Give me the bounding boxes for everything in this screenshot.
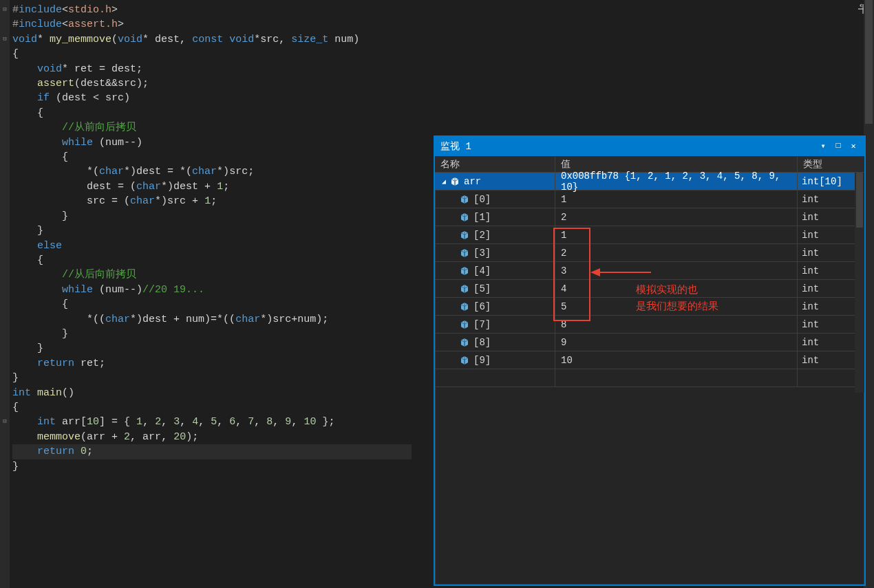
- var-value: 5: [555, 298, 798, 315]
- code-line[interactable]: }: [12, 341, 412, 356]
- watch-row[interactable]: [0]1int: [435, 190, 864, 208]
- var-name: [8]: [473, 337, 491, 348]
- watch-col-value[interactable]: 值: [555, 157, 798, 172]
- watch-col-name[interactable]: 名称: [435, 157, 555, 172]
- code-line[interactable]: while (num--): [12, 135, 412, 150]
- variable-icon: [460, 248, 469, 258]
- code-line[interactable]: while (num--)//20 19...: [12, 283, 412, 297]
- var-name: [6]: [473, 301, 491, 312]
- watch-menu-icon[interactable]: ▾: [818, 141, 829, 152]
- code-line[interactable]: else: [12, 239, 412, 253]
- code-line[interactable]: {: [12, 297, 412, 312]
- code-line[interactable]: //从前向后拷贝: [12, 120, 412, 135]
- watch-row[interactable]: [9]10int: [435, 351, 864, 369]
- code-line[interactable]: void* ret = dest;: [12, 62, 412, 76]
- var-value: 2: [555, 244, 798, 261]
- code-line[interactable]: {: [12, 253, 412, 268]
- code-line[interactable]: assert(dest&&src);: [12, 76, 412, 91]
- code-line[interactable]: *((char*)dest + num)=*((char*)src+num);: [12, 312, 412, 327]
- variable-icon: [460, 195, 469, 204]
- code-line[interactable]: return ret;: [12, 356, 412, 371]
- watch-row[interactable]: [1]2int: [435, 208, 864, 226]
- var-type: int: [798, 190, 844, 208]
- var-type: int: [798, 208, 844, 226]
- code-line[interactable]: {: [12, 400, 412, 415]
- watch-scroll-thumb[interactable]: [856, 173, 863, 228]
- var-value: 0x008ffb78 {1, 2, 1, 2, 3, 4, 5, 8, 9, 1…: [555, 173, 798, 190]
- variable-icon: [460, 320, 469, 329]
- watch-col-type[interactable]: 类型: [798, 157, 844, 172]
- var-name: [0]: [473, 194, 491, 205]
- code-line[interactable]: memmove(arr + 2, arr, 20);: [12, 430, 412, 444]
- watch-row[interactable]: [6]5int: [435, 298, 864, 316]
- variable-icon: [460, 356, 469, 365]
- var-name: [4]: [473, 265, 491, 276]
- var-value: 8: [555, 316, 798, 333]
- code-line[interactable]: int main(): [12, 386, 412, 400]
- fold-toggle-icon[interactable]: ⊟: [1, 6, 8, 13]
- code-line[interactable]: }: [12, 224, 412, 238]
- variable-icon: [460, 230, 469, 240]
- scroll-thumb[interactable]: [865, 0, 873, 124]
- watch-row-root[interactable]: ◢arr0x008ffb78 {1, 2, 1, 2, 3, 4, 5, 8, …: [435, 173, 864, 190]
- var-type: int: [798, 316, 844, 333]
- var-type: int: [798, 280, 844, 297]
- var-name: [1]: [473, 212, 491, 223]
- fold-toggle-icon[interactable]: ⊟: [1, 36, 8, 43]
- code-line[interactable]: {: [12, 150, 412, 164]
- var-type: int: [798, 351, 844, 369]
- watch-row[interactable]: [2]1int: [435, 226, 864, 244]
- code-line[interactable]: void* my_memmove(void* dest, const void*…: [12, 32, 412, 47]
- var-name: [2]: [473, 230, 491, 241]
- var-type: int: [798, 262, 844, 279]
- var-value: 3: [555, 262, 798, 279]
- watch-row[interactable]: [3]2int: [435, 244, 864, 262]
- code-line[interactable]: *(char*)dest = *(char*)src;: [12, 164, 412, 179]
- var-name: [5]: [473, 283, 491, 294]
- var-name: arr: [464, 176, 481, 187]
- var-type: int: [798, 244, 844, 261]
- var-type: int: [798, 226, 844, 243]
- var-type: int: [798, 298, 844, 315]
- code-line[interactable]: src = (char*)src + 1;: [12, 194, 412, 208]
- code-line[interactable]: {: [12, 106, 412, 120]
- var-value: 4: [555, 280, 798, 297]
- variable-icon: [460, 266, 469, 276]
- code-line[interactable]: }: [12, 327, 412, 341]
- var-value: 2: [555, 208, 798, 226]
- variable-icon: [450, 177, 460, 186]
- watch-scrollbar-vertical[interactable]: [855, 173, 864, 393]
- code-line[interactable]: #include<stdio.h>: [12, 3, 412, 17]
- var-value: 1: [555, 190, 798, 208]
- var-type: int[10]: [798, 173, 844, 190]
- code-line[interactable]: return 0;: [12, 444, 412, 459]
- watch-row[interactable]: [5]4int: [435, 280, 864, 298]
- watch-row-empty[interactable]: [435, 369, 864, 387]
- code-line[interactable]: }: [12, 459, 412, 474]
- code-line[interactable]: }: [12, 209, 412, 224]
- variable-icon: [460, 213, 469, 222]
- watch-maximize-icon[interactable]: □: [833, 141, 844, 152]
- watch-title: 监视 1: [440, 140, 818, 153]
- code-line[interactable]: dest = (char*)dest + 1;: [12, 179, 412, 194]
- expand-icon[interactable]: ◢: [440, 177, 447, 186]
- variable-icon: [460, 284, 469, 294]
- watch-row[interactable]: [7]8int: [435, 316, 864, 334]
- watch-panel: 监视 1 ▾ □ ✕ 名称 值 类型 ◢arr0x008ffb78 {1, 2,…: [434, 135, 866, 586]
- var-type: int: [798, 334, 844, 351]
- code-line[interactable]: int arr[10] = { 1, 2, 3, 4, 5, 6, 7, 8, …: [12, 415, 412, 429]
- fold-toggle-icon[interactable]: ⊟: [1, 418, 8, 425]
- code-line[interactable]: //从后向前拷贝: [12, 268, 412, 282]
- code-line[interactable]: if (dest < src): [12, 91, 412, 105]
- code-line[interactable]: {: [12, 47, 412, 61]
- fold-gutter: ⊟⊟⊟: [0, 0, 10, 588]
- code-line[interactable]: #include<assert.h>: [12, 17, 412, 32]
- var-name: [3]: [473, 248, 491, 259]
- watch-close-icon[interactable]: ✕: [848, 141, 859, 152]
- code-body[interactable]: #include<stdio.h>#include<assert.h>void*…: [12, 3, 412, 474]
- watch-row[interactable]: [4]3int: [435, 262, 864, 280]
- watch-titlebar[interactable]: 监视 1 ▾ □ ✕: [435, 137, 864, 156]
- code-line[interactable]: }: [12, 371, 412, 385]
- var-name: [9]: [473, 355, 491, 366]
- watch-row[interactable]: [8]9int: [435, 334, 864, 351]
